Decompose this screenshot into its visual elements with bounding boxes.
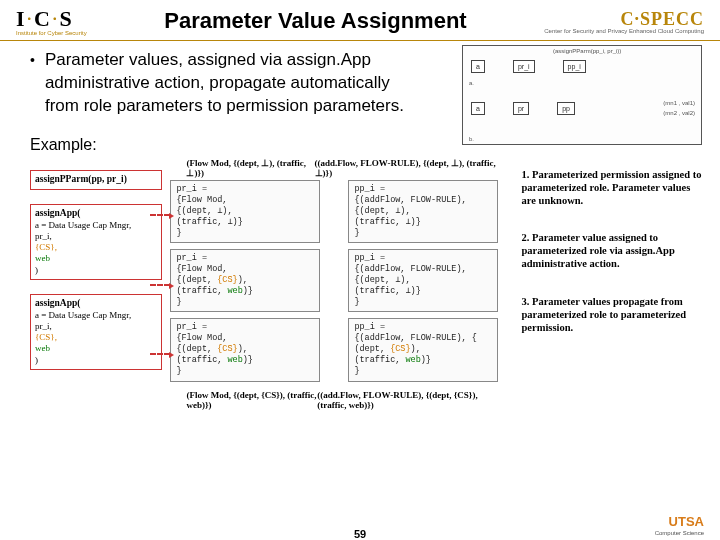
logo-right: C·SPECC Center for Security and Privacy … [544, 9, 704, 34]
notes-column: 1. Parameterized permission assigned to … [516, 158, 702, 334]
logo-left: I·C·S Institute for Cyber Security [16, 6, 87, 36]
pp-box-3: pp_i ={(addFlow, FLOW-RULE), {(dept, {CS… [348, 318, 498, 381]
head-right: ((add.Flow, FLOW-RULE), {(dept, ⊥), (tra… [315, 158, 500, 178]
top-diagram: (assignPParm(pp_i, pr_i)) a pr_i pp_i a.… [462, 45, 702, 145]
note-1: 1. Parameterized permission assigned to … [522, 168, 702, 207]
head-left: (Flow Mod, {(dept, ⊥), (traffic, ⊥)}) [186, 158, 314, 178]
pair-row-3: pr_i ={Flow Mod,{(dept, {CS}),(traffic, … [162, 318, 515, 387]
bottom-right: ((add.Flow, FLOW-RULE), {(dept, {CS}), (… [317, 390, 499, 410]
slide-header: I·C·S Institute for Cyber Security Param… [0, 0, 720, 41]
bullet-text: Parameter values, assigned via assign.Ap… [45, 49, 425, 118]
arrow-icon [150, 284, 170, 286]
note-2: 2. Parameter value assigned to parameter… [522, 231, 702, 270]
logo-left-subtitle: Institute for Cyber Security [16, 30, 87, 36]
pr-box-1: pr_i ={Flow Mod,{(dept, ⊥),(traffic, ⊥)}… [170, 180, 320, 243]
example-area: assignPParm(pp, pr_i) assignApp( a = Dat… [30, 158, 702, 410]
pp-box-1: pp_i ={(addFlow, FLOW-RULE),{(dept, ⊥),(… [348, 180, 498, 243]
bullet-icon: • [30, 49, 35, 71]
arrow-icon [150, 214, 170, 216]
pp-box-2: pp_i ={(addFlow, FLOW-RULE),{(dept, ⊥),(… [348, 249, 498, 312]
pr-box-3: pr_i ={Flow Mod,{(dept, {CS}),(traffic, … [170, 318, 320, 381]
assign-app-block-1: assignApp( a = Data Usage Cap Mngr, pr_i… [30, 204, 162, 280]
arrow-icon [150, 353, 170, 355]
pr-box-2: pr_i ={Flow Mod,{(dept, {CS}),(traffic, … [170, 249, 320, 312]
bottom-left: (Flow Mod, {(dept, {CS}), (traffic, web)… [186, 390, 317, 410]
left-column: assignPParm(pp, pr_i) assignApp( a = Dat… [30, 158, 162, 370]
assign-pparm-block: assignPParm(pp, pr_i) [30, 170, 162, 190]
slide-title: Parameter Value Assignment [87, 8, 545, 34]
assign-app-block-2: assignApp( a = Data Usage Cap Mngr, pr_i… [30, 294, 162, 370]
note-3: 3. Parameter values propagate from param… [522, 295, 702, 334]
pair-row-1: pr_i ={Flow Mod,{(dept, ⊥),(traffic, ⊥)}… [162, 180, 515, 249]
pair-row-2: pr_i ={Flow Mod,{(dept, {CS}),(traffic, … [162, 249, 515, 318]
page-number: 59 [354, 528, 366, 540]
utsa-logo: UTSA Computer Science [655, 512, 704, 536]
center-column: (Flow Mod, {(dept, ⊥), (traffic, ⊥)}) ((… [162, 158, 515, 410]
